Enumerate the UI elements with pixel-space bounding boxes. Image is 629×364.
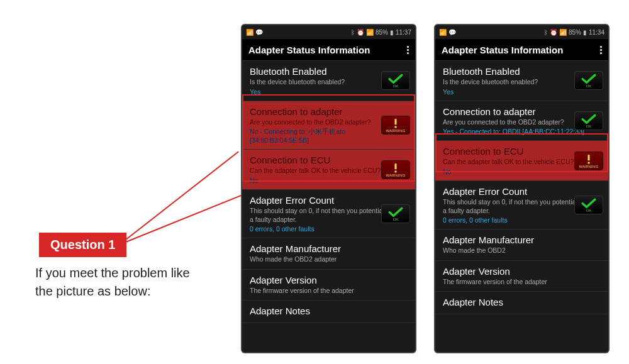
status-bar-left-icons: 📶 💬 <box>439 29 456 36</box>
status-bar: 📶 💬 ᛒ ⏰ 📶 85% ▮ 11:34 <box>435 25 608 39</box>
status-bar-right-icons: ᛒ ⏰ 📶 85% ▮ 11:37 <box>351 29 411 36</box>
phone-right: 📶 💬 ᛒ ⏰ 📶 85% ▮ 11:34 Adapter Status Inf… <box>434 24 610 353</box>
warning-badge-icon: WARNING <box>381 160 410 179</box>
overflow-menu-icon[interactable] <box>407 46 409 54</box>
status-bar: 📶 💬 ᛒ ⏰ 📶 85% ▮ 11:37 <box>242 25 415 39</box>
bluetooth-icon: ᛒ <box>544 29 548 36</box>
svg-rect-2 <box>395 163 397 169</box>
status-row[interactable]: Connection to ECUCan the adapter talk OK… <box>435 141 608 181</box>
status-row[interactable]: Bluetooth EnabledIs the device bluetooth… <box>435 61 608 101</box>
status-row[interactable]: Adapter Notes <box>242 301 415 323</box>
status-bar-right-icons: ᛒ ⏰ 📶 85% ▮ 11:34 <box>544 29 604 36</box>
title-bar: Adapter Status Information <box>242 39 415 61</box>
ok-badge-icon: OK <box>381 204 410 223</box>
status-row[interactable]: Adapter Error CountThis should stay on 0… <box>242 190 415 238</box>
warning-badge-icon: WARNING <box>381 116 410 135</box>
svg-rect-1 <box>395 126 397 128</box>
overflow-menu-icon[interactable] <box>600 46 602 54</box>
question-badge: Question 1 <box>39 233 126 257</box>
row-title: Adapter Version <box>443 266 602 277</box>
clock: 11:34 <box>589 29 604 36</box>
notification-icon: 📶 <box>439 29 447 36</box>
status-row[interactable]: Adapter VersionThe firmware version of t… <box>435 261 608 292</box>
phone-left: 📶 💬 ᛒ ⏰ 📶 85% ▮ 11:37 Adapter Status Inf… <box>241 24 416 353</box>
notification-icon: 📶 <box>246 29 253 36</box>
canvas: Question 1 If you meet the prob­lem like… <box>0 0 629 364</box>
row-subtitle: Who made the OBD2 adapter <box>250 255 409 264</box>
status-row[interactable]: Bluetooth EnabledIs the device bluetooth… <box>242 61 415 101</box>
row-title: Adapter Version <box>250 275 409 285</box>
svg-rect-4 <box>588 155 590 160</box>
alarm-icon: ⏰ <box>357 29 364 36</box>
status-bar-left-icons: 📶 💬 <box>246 29 263 36</box>
status-row[interactable]: Adapter ManufacturerWho made the OBD2 ad… <box>242 238 415 270</box>
title-bar: Adapter Status Information <box>435 39 608 61</box>
signal-icon: 📶 <box>366 29 374 36</box>
status-row[interactable]: Adapter Notes <box>435 292 608 314</box>
row-title: Adapter Notes <box>250 306 409 316</box>
question-description: If you meet the prob­lem like the pictur… <box>35 264 192 301</box>
row-subtitle: The firmware version of the adapter <box>250 287 409 295</box>
bluetooth-icon: ᛒ <box>351 29 355 36</box>
row-title: Adapter Manufacturer <box>250 243 409 254</box>
svg-rect-0 <box>395 119 397 124</box>
status-list[interactable]: Bluetooth EnabledIs the device bluetooth… <box>242 61 415 353</box>
callout-line-1 <box>119 151 238 245</box>
row-title: Adapter Notes <box>443 297 602 307</box>
battery-icon: ▮ <box>390 29 394 36</box>
status-row[interactable]: Connection to adapterAre you connected t… <box>242 101 415 150</box>
ok-badge-icon: OK <box>574 111 603 130</box>
status-row[interactable]: Adapter Error CountThis should stay on 0… <box>435 181 608 229</box>
signal-icon: 📶 <box>559 29 567 36</box>
status-list[interactable]: Bluetooth EnabledIs the device bluetooth… <box>435 61 608 353</box>
callout-line-2 <box>120 190 254 245</box>
status-row[interactable]: Connection to adapterAre you connected t… <box>435 101 608 141</box>
page-title: Adapter Status Information <box>248 45 370 55</box>
row-title: Adapter Manufacturer <box>443 234 602 245</box>
status-row[interactable]: Adapter ManufacturerWho made the OBD2 <box>435 229 608 261</box>
ok-badge-icon: OK <box>381 71 410 90</box>
ok-badge-icon: OK <box>574 196 603 214</box>
battery-icon: ▮ <box>583 29 587 36</box>
svg-rect-3 <box>395 170 397 172</box>
row-subtitle: The firmware version of the adapter <box>443 278 602 287</box>
clock: 11:37 <box>396 29 411 36</box>
alarm-icon: ⏰ <box>550 29 557 36</box>
svg-rect-5 <box>588 162 590 163</box>
row-value: 0 errors, 0 other faults <box>250 225 409 233</box>
row-value: 0 errors, 0 other faults <box>443 216 602 224</box>
warning-badge-icon: WARNING <box>574 152 603 170</box>
status-row[interactable]: Connection to ECUCan the adapter talk OK… <box>242 150 415 190</box>
page-title: Adapter Status Information <box>442 45 563 55</box>
ok-badge-icon: OK <box>574 71 603 90</box>
battery-percent: 85% <box>376 29 388 36</box>
chat-icon: 💬 <box>255 29 263 36</box>
battery-percent: 85% <box>569 29 581 36</box>
row-subtitle: Who made the OBD2 <box>443 246 602 255</box>
status-row[interactable]: Adapter VersionThe firmware version of t… <box>242 270 415 301</box>
chat-icon: 💬 <box>448 29 456 36</box>
